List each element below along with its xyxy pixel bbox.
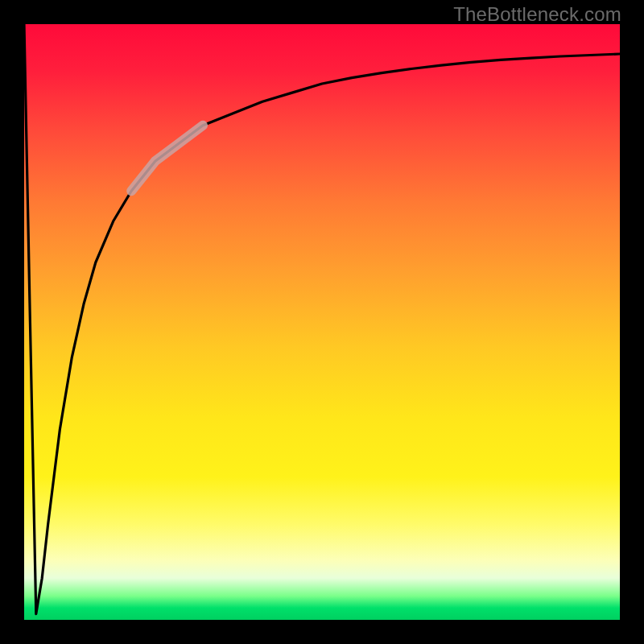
curve-highlight-segment [131, 126, 203, 191]
plot-area [24, 24, 620, 620]
watermark-text: TheBottleneck.com [453, 3, 621, 26]
chart-frame: TheBottleneck.com [0, 0, 644, 644]
bottleneck-curve [24, 24, 620, 614]
curve-svg [24, 24, 620, 620]
